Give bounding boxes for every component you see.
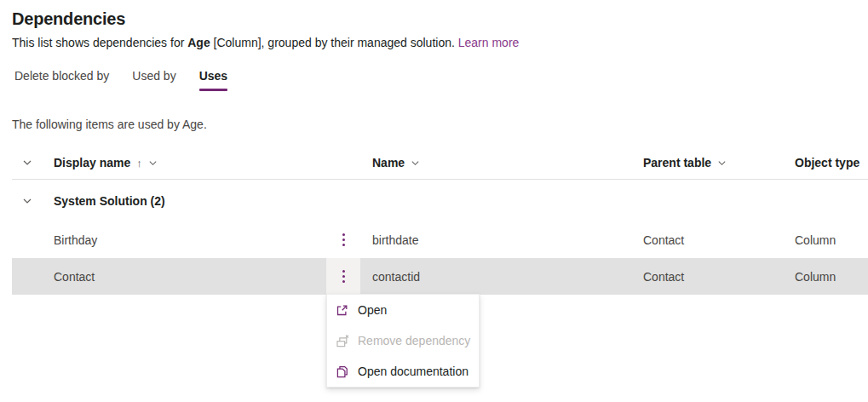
cell-parent-table: Contact <box>643 270 795 284</box>
row-context-menu-button[interactable] <box>326 221 360 258</box>
sort-ascending-icon: ↑ <box>136 157 142 169</box>
group-collapse-button[interactable] <box>12 196 54 206</box>
context-menu-item-remove-dependency[interactable]: Remove dependency <box>327 325 479 356</box>
open-in-new-window-icon <box>335 303 349 318</box>
chevron-down-icon <box>22 196 32 206</box>
table-header-row: Display name ↑ Name Parent table <box>12 146 868 180</box>
tab-bar: Delete blocked by Used by Uses <box>0 67 868 94</box>
group-title: System Solution (2) <box>54 194 326 208</box>
learn-more-link[interactable]: Learn more <box>458 36 520 49</box>
table-row-selected[interactable]: Contact contactid Contact Column <box>12 258 868 295</box>
row-context-menu-button[interactable] <box>326 258 360 295</box>
column-header-label: Display name <box>54 156 130 169</box>
column-header-label: Name <box>372 156 405 169</box>
cell-object-type: Column <box>795 233 868 247</box>
context-menu-label: Remove dependency <box>358 334 470 347</box>
chevron-down-icon[interactable] <box>717 158 727 168</box>
column-header-object-type[interactable]: Object type <box>795 156 868 169</box>
tab-delete-blocked-by[interactable]: Delete blocked by <box>14 67 109 84</box>
context-menu-item-open-documentation[interactable]: Open documentation <box>327 356 479 387</box>
table-row[interactable]: Birthday birthdate Contact Column <box>12 221 868 258</box>
more-vertical-icon <box>342 233 345 246</box>
cell-object-type: Column <box>795 270 868 284</box>
chevron-down-icon <box>22 158 32 168</box>
subtitle-suffix: [Column], grouped by their managed solut… <box>210 36 458 49</box>
column-header-label: Object type <box>795 156 859 169</box>
active-tab-underline <box>199 89 227 91</box>
documentation-pages-icon <box>335 365 349 379</box>
tab-label: Delete blocked by <box>14 67 109 84</box>
collapse-all-button[interactable] <box>12 158 54 168</box>
cell-parent-table: Contact <box>643 233 795 247</box>
remove-dependency-icon <box>335 334 349 348</box>
tab-label: Used by <box>132 67 175 84</box>
cell-name: birthdate <box>360 233 643 247</box>
cell-name: contactid <box>360 270 643 284</box>
tab-used-by[interactable]: Used by <box>132 67 175 84</box>
column-header-name[interactable]: Name <box>360 156 643 169</box>
cell-display-name: Contact <box>54 270 326 284</box>
dependencies-table: Display name ↑ Name Parent table <box>12 146 868 295</box>
context-menu-label: Open documentation <box>358 365 468 378</box>
subtitle-prefix: This list shows dependencies for <box>12 36 187 49</box>
subject-name: Age <box>187 36 210 49</box>
page-title: Dependencies <box>12 9 856 29</box>
row-context-menu: Open Remove dependency Open documentatio… <box>326 294 480 388</box>
tab-label: Uses <box>199 67 227 84</box>
context-menu-label: Open <box>358 303 387 317</box>
context-menu-item-open[interactable]: Open <box>327 295 479 325</box>
cell-display-name: Birthday <box>54 233 326 247</box>
dialog-header: Dependencies This list shows dependencie… <box>0 0 868 50</box>
more-vertical-icon <box>342 270 345 283</box>
chevron-down-icon[interactable] <box>411 158 420 168</box>
column-header-label: Parent table <box>643 156 711 169</box>
list-description: The following items are used by Age. <box>0 116 868 133</box>
group-row-system-solution[interactable]: System Solution (2) <box>12 180 868 221</box>
tab-uses[interactable]: Uses <box>199 67 227 91</box>
column-header-parent-table[interactable]: Parent table <box>643 156 795 169</box>
dependencies-dialog: Dependencies This list shows dependencie… <box>0 0 868 402</box>
subtitle: This list shows dependencies for Age [Co… <box>12 35 856 50</box>
chevron-down-icon[interactable] <box>148 158 158 168</box>
column-header-display-name[interactable]: Display name ↑ <box>54 156 326 169</box>
